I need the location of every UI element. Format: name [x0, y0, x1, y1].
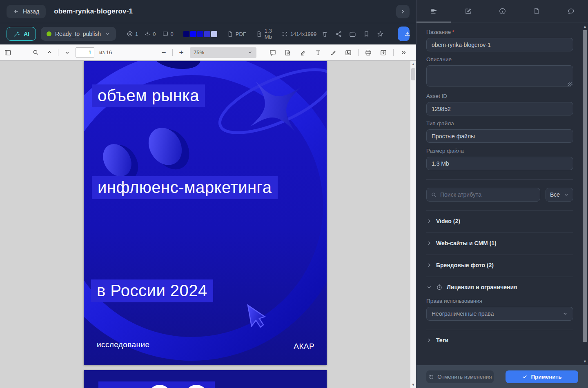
- download-split-button[interactable]: Скачать: [398, 27, 410, 41]
- zoom-out-button[interactable]: −: [158, 47, 169, 58]
- cover-title-line1: объем рынка: [92, 86, 205, 105]
- undo-icon: [428, 374, 434, 380]
- file-type-field[interactable]: [426, 129, 573, 143]
- name-field-label: Название*: [426, 29, 573, 35]
- usage-rights-label: Права использования: [426, 298, 573, 304]
- draw-ink-icon[interactable]: [328, 47, 339, 58]
- section-tags[interactable]: Теги: [426, 330, 573, 350]
- status-dot: [47, 31, 51, 36]
- chevron-down-icon: [564, 192, 569, 197]
- cancel-changes-button[interactable]: Отменить изменения: [426, 370, 494, 383]
- trash-icon[interactable]: [321, 31, 328, 38]
- description-field[interactable]: [426, 65, 573, 86]
- print-icon[interactable]: [363, 47, 374, 58]
- filter-value: Все: [550, 191, 560, 198]
- color-palette: [183, 31, 217, 37]
- page-count-label: из 16: [99, 49, 112, 55]
- chevron-right-icon: [426, 240, 432, 246]
- resize-grip-icon[interactable]: [568, 82, 572, 86]
- back-button[interactable]: Назад: [7, 5, 46, 18]
- file-type-label: Тип файла: [426, 120, 573, 126]
- color-swatch[interactable]: [190, 31, 196, 37]
- tab-info[interactable]: [485, 0, 519, 22]
- section-video[interactable]: Video (2): [426, 211, 573, 231]
- divider: [426, 179, 573, 180]
- usage-rights-select[interactable]: Неограниченные права: [426, 307, 573, 321]
- pdf-canvas[interactable]: объем рынка инфлюенс-маркетинга в России…: [0, 61, 410, 388]
- comment-icon: [162, 31, 169, 37]
- tab-attributes[interactable]: [416, 0, 451, 22]
- save-icon[interactable]: [378, 47, 389, 58]
- attributes-panel: Название* Описание Asset ID Тип файла Ра…: [416, 22, 588, 365]
- chevron-right-icon: [426, 262, 432, 268]
- zoom-level-select[interactable]: 75%: [190, 47, 256, 58]
- asset-id-field[interactable]: [426, 102, 573, 115]
- comments-stat[interactable]: 0: [162, 31, 174, 37]
- color-swatch[interactable]: [197, 31, 203, 37]
- next-asset-button[interactable]: [396, 5, 410, 18]
- add-image-icon[interactable]: [343, 47, 354, 58]
- section-websites-smm[interactable]: Web-сайты и СММ (1): [426, 233, 573, 253]
- pdf-viewer: из 16 − + 75%: [0, 44, 416, 388]
- section-license[interactable]: Лицензия и ограничения: [426, 277, 573, 293]
- attribute-filter-select[interactable]: Все: [546, 188, 573, 202]
- scroll-down-icon[interactable]: ▼: [583, 358, 587, 365]
- tab-edit[interactable]: [451, 0, 485, 22]
- check-icon: [522, 374, 528, 379]
- previous-page-button[interactable]: [44, 47, 55, 58]
- share-icon[interactable]: [335, 31, 342, 38]
- file-size-badge: 1.3 Mb: [256, 28, 272, 40]
- color-swatch[interactable]: [211, 31, 217, 37]
- color-swatch[interactable]: [183, 31, 189, 37]
- tab-versions[interactable]: [519, 0, 554, 22]
- bookmark-icon[interactable]: [363, 31, 370, 38]
- annotation-comment-icon[interactable]: [267, 47, 278, 58]
- star-icon[interactable]: [377, 31, 384, 38]
- free-text-icon[interactable]: [313, 47, 323, 58]
- viewer-scrollbar[interactable]: ▲ ▼: [410, 61, 416, 388]
- apply-button[interactable]: Применить: [506, 370, 578, 383]
- status-dropdown[interactable]: Ready_to_publish: [41, 27, 116, 41]
- more-tools-icon[interactable]: [398, 47, 409, 58]
- name-field[interactable]: [426, 38, 573, 51]
- pdf-page-1: объем рынка инфлюенс-маркетинга в России…: [84, 61, 327, 365]
- zoom-in-button[interactable]: +: [176, 47, 187, 58]
- tab-comments[interactable]: [554, 0, 588, 22]
- attribute-search-input[interactable]: [440, 191, 536, 198]
- sidebar-scrollbar-thumb[interactable]: [583, 30, 587, 342]
- signature-icon[interactable]: [283, 47, 293, 58]
- dimensions-badge: 1414x1999: [282, 31, 316, 37]
- sidebar-scrollbar[interactable]: ▲ ▼: [582, 23, 588, 365]
- attribute-search[interactable]: [426, 188, 540, 202]
- highlighter-icon[interactable]: [298, 47, 308, 58]
- asset-toolbar: AI Ready_to_publish 1: [0, 23, 416, 44]
- folder-icon[interactable]: [349, 31, 356, 38]
- scroll-up-icon[interactable]: ▲: [412, 61, 415, 67]
- attributes-list-icon: [430, 7, 438, 15]
- ai-label: AI: [24, 31, 29, 37]
- scroll-down-icon[interactable]: ▼: [412, 381, 415, 388]
- comments-count: 0: [171, 31, 174, 37]
- chevron-down-icon: [105, 31, 110, 37]
- page-number-input[interactable]: [76, 47, 94, 58]
- section-brand-photos[interactable]: Брендовые фото (2): [426, 255, 573, 275]
- asset-stats: 1 0 0: [127, 31, 174, 37]
- sidebar-toggle-icon[interactable]: [2, 47, 13, 58]
- search-icon[interactable]: [30, 47, 41, 58]
- file-size-field[interactable]: [426, 157, 573, 170]
- panel-footer: Отменить изменения Применить: [416, 365, 588, 388]
- chevron-down-icon: [562, 311, 568, 317]
- ai-button[interactable]: AI: [7, 27, 36, 41]
- main-column: Назад obem-rynka-blogerov-1 AI Ready_to_…: [0, 0, 416, 388]
- scroll-up-icon[interactable]: ▲: [583, 23, 587, 30]
- downloads-stat: 0: [144, 31, 156, 37]
- color-swatch[interactable]: [204, 31, 210, 37]
- cover-title-line3: в России 2024: [91, 282, 213, 300]
- next-page-button[interactable]: [62, 47, 72, 58]
- viewer-scrollbar-thumb[interactable]: [411, 68, 415, 80]
- chevron-down-icon: [247, 50, 253, 55]
- file-icon: [227, 31, 233, 37]
- views-count: 1: [135, 31, 138, 37]
- edit-pencil-icon: [464, 7, 472, 15]
- description-field-label: Описание: [426, 56, 573, 62]
